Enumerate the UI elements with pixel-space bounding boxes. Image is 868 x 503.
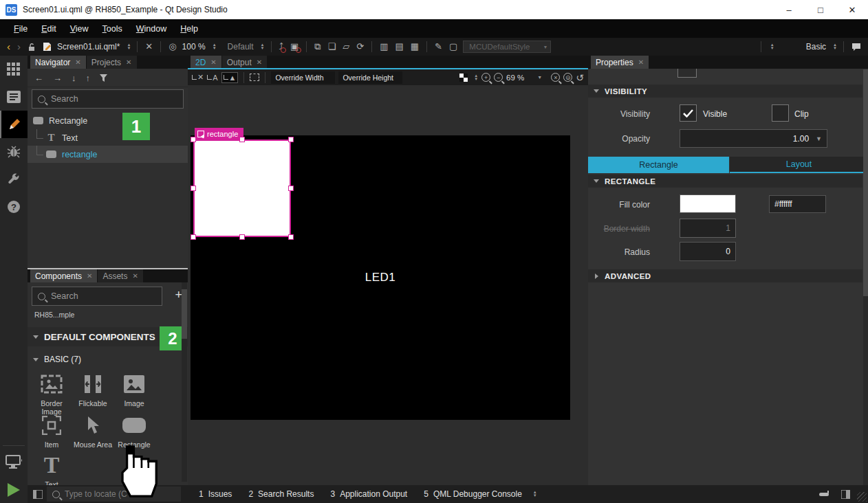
pane-application-output[interactable]: 3Application Output bbox=[322, 489, 415, 499]
no-snapping-icon[interactable]: ✕ bbox=[192, 73, 204, 82]
close-button[interactable]: ✕ bbox=[836, 0, 868, 19]
component-item[interactable]: Item bbox=[32, 413, 72, 449]
zoom-indicator-icon[interactable]: ◎ bbox=[167, 42, 177, 52]
canvas-zoom-level[interactable]: 69 % bbox=[506, 74, 524, 82]
edit-mode-icon[interactable] bbox=[0, 83, 28, 111]
tree-item-text[interactable]: T Text bbox=[28, 129, 188, 146]
zoom-all-icon[interactable]: × bbox=[551, 73, 560, 82]
menu-window[interactable]: Window bbox=[129, 21, 173, 36]
paste-icon[interactable]: ❏ bbox=[327, 42, 338, 52]
section-visibility[interactable]: VISIBILITY bbox=[588, 85, 862, 98]
radius-input[interactable]: 0 bbox=[680, 242, 736, 261]
tab-navigator[interactable]: Navigator✕ bbox=[30, 56, 86, 69]
zoom-dropdown-icon[interactable]: ▼ bbox=[537, 75, 542, 80]
subtab-layout[interactable]: Layout bbox=[730, 157, 868, 173]
edit-document-icon[interactable] bbox=[41, 42, 53, 52]
feedback-comment-icon[interactable] bbox=[850, 43, 862, 51]
close-icon[interactable]: ✕ bbox=[257, 58, 262, 66]
selection-tag[interactable]: rectangle bbox=[195, 128, 243, 140]
move-right-icon[interactable]: → bbox=[53, 73, 62, 83]
frame-action-icon[interactable]: ▢ bbox=[448, 42, 459, 52]
pane-search-results[interactable]: 2Search Results bbox=[240, 489, 322, 499]
forward-icon[interactable]: › bbox=[16, 42, 22, 52]
tools-mode-icon[interactable] bbox=[0, 166, 28, 193]
tab-assets[interactable]: Assets✕ bbox=[98, 269, 142, 282]
output-panes-toggle-icon[interactable] bbox=[841, 490, 850, 499]
section-rectangle[interactable]: RECTANGLE bbox=[588, 175, 862, 188]
export-selection-icon[interactable]: ▣ bbox=[289, 42, 300, 52]
tab-properties[interactable]: Properties✕ bbox=[591, 56, 649, 69]
background-spinner-icon[interactable]: ▲▼ bbox=[474, 74, 478, 81]
menu-file[interactable]: File bbox=[7, 21, 34, 36]
close-icon[interactable]: ✕ bbox=[210, 58, 216, 66]
component-image[interactable]: Image bbox=[114, 372, 154, 407]
tab-2d[interactable]: 2D✕ bbox=[191, 56, 221, 69]
background-color-icon[interactable] bbox=[459, 74, 468, 82]
snapping-anchors-icon[interactable]: A bbox=[207, 74, 217, 82]
scrollbar-thumb[interactable] bbox=[863, 69, 868, 296]
component-text[interactable]: T Text bbox=[32, 453, 72, 485]
zoom-out-icon[interactable]: − bbox=[494, 73, 503, 82]
close-icon[interactable]: ✕ bbox=[132, 272, 138, 280]
progress-details-icon[interactable] bbox=[819, 491, 832, 498]
resize-handle-e[interactable] bbox=[288, 186, 294, 191]
move-down-icon[interactable]: ↓ bbox=[72, 73, 76, 83]
close-icon[interactable]: ✕ bbox=[87, 272, 92, 280]
override-width-input[interactable]: Override Width bbox=[271, 71, 335, 84]
tab-projects[interactable]: Projects✕ bbox=[87, 56, 137, 69]
tab-components[interactable]: Components✕ bbox=[30, 269, 97, 282]
tab-output[interactable]: Output✕ bbox=[222, 56, 267, 69]
style-selector[interactable]: MCUDefaultStyle▼ bbox=[463, 41, 551, 53]
filter-icon[interactable] bbox=[100, 74, 109, 82]
export-isolated-icon[interactable]: ⤴ bbox=[278, 42, 285, 52]
fill-color-swatch[interactable] bbox=[680, 194, 736, 213]
column-layout-icon[interactable]: ▤ bbox=[394, 42, 405, 52]
artboard-text[interactable]: LED1 bbox=[191, 271, 570, 284]
close-icon[interactable]: ✕ bbox=[638, 58, 644, 66]
zoom-spinner-icon[interactable]: ▲▼ bbox=[213, 43, 217, 50]
reset-view-icon[interactable]: ↺ bbox=[576, 72, 584, 83]
resize-handle-w[interactable] bbox=[191, 186, 196, 191]
annotation-edit-icon[interactable]: ✎ bbox=[433, 42, 444, 52]
current-file-selector[interactable]: Screen01.ui.qml* bbox=[57, 42, 120, 52]
copy-add-icon[interactable]: ⧉ bbox=[313, 42, 322, 52]
run-button[interactable] bbox=[0, 476, 28, 503]
subtab-rectangle[interactable]: Rectangle bbox=[588, 157, 729, 173]
selected-rectangle[interactable] bbox=[193, 139, 291, 237]
resize-handle-se[interactable] bbox=[288, 234, 294, 240]
border-width-input[interactable]: 1 bbox=[680, 219, 736, 238]
snapping-icon[interactable]: ▲ bbox=[221, 72, 239, 83]
menu-tools[interactable]: Tools bbox=[96, 21, 129, 36]
tree-item-rectangle-root[interactable]: Rectangle bbox=[28, 112, 188, 129]
pane-qml-debugger-console[interactable]: 5QML Debugger Console bbox=[415, 489, 530, 499]
pane-issues[interactable]: 1Issues bbox=[191, 489, 240, 499]
kit-monitor-icon[interactable] bbox=[0, 449, 28, 476]
close-document-icon[interactable]: ✕ bbox=[144, 42, 154, 52]
navigator-search-input[interactable]: Search bbox=[32, 89, 184, 109]
resize-handle-sw[interactable] bbox=[191, 234, 196, 240]
resize-handle-s[interactable] bbox=[239, 234, 245, 240]
kit-selector[interactable]: Basic bbox=[806, 42, 826, 52]
resize-handle-ne[interactable] bbox=[288, 137, 294, 142]
row-layout-icon[interactable]: ▥ bbox=[378, 42, 389, 52]
components-search-input[interactable]: Search bbox=[32, 287, 162, 306]
resize-grip[interactable] bbox=[857, 492, 867, 502]
file-spinner-icon[interactable]: ▲▼ bbox=[127, 43, 131, 50]
opacity-input[interactable]: 1.00 ▼ bbox=[680, 129, 827, 148]
maximize-button[interactable]: □ bbox=[805, 0, 836, 19]
fill-color-hex-input[interactable]: #ffffff bbox=[769, 195, 826, 213]
resize-handle-n[interactable] bbox=[239, 137, 245, 142]
component-mouse-area[interactable]: Mouse Area bbox=[73, 413, 113, 449]
zoom-level-selector[interactable]: 100 % bbox=[182, 42, 206, 52]
pane-spinner-icon[interactable]: ▲▼ bbox=[533, 491, 537, 498]
section-advanced[interactable]: ADVANCED bbox=[588, 269, 862, 282]
override-component-icon[interactable]: ▱ bbox=[341, 42, 351, 52]
tree-item-rectangle-child[interactable]: rectangle bbox=[28, 146, 188, 163]
workspace-spinner-icon[interactable]: ▲▼ bbox=[770, 43, 774, 50]
properties-scrollbar[interactable] bbox=[863, 69, 868, 485]
menu-edit[interactable]: Edit bbox=[34, 21, 63, 36]
unlock-icon[interactable] bbox=[26, 43, 37, 52]
design-mode-icon[interactable] bbox=[0, 111, 28, 138]
chevron-down-icon[interactable]: ▼ bbox=[816, 135, 822, 142]
component-border-image[interactable]: Border Image bbox=[32, 372, 72, 416]
